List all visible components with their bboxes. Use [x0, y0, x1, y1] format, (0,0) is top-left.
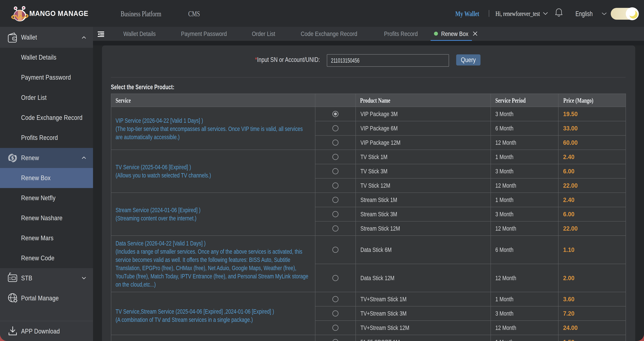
svg-text:$: $ — [11, 156, 14, 160]
